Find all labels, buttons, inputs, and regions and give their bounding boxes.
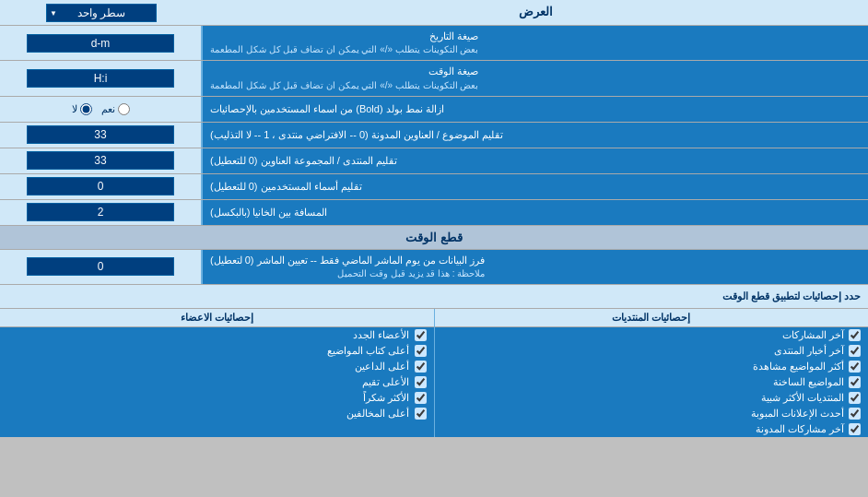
stats-label-top-inviters: أعلى الداعين <box>355 361 409 373</box>
stats-item-blog-posts: آخر مشاركات المدونة <box>435 421 869 437</box>
topic-titles-input[interactable] <box>27 125 174 144</box>
stats-label-last-posts: آخر المشاركات <box>782 329 844 341</box>
date-format-row: صيغة التاريخ بعض التكوينات يتطلب «/» الت… <box>0 26 868 61</box>
stats-item-last-posts: آخر المشاركات <box>435 327 869 343</box>
stats-checkbox-most-viewed[interactable] <box>849 361 861 373</box>
stats-section: حدد إحصائيات لتطبيق قطع الوقت إحصائيات ا… <box>0 285 868 437</box>
stats-checkbox-top-inviters[interactable] <box>415 361 427 373</box>
stats-label-blog-posts: آخر مشاركات المدونة <box>756 423 844 435</box>
stats-item-most-viewed: أكثر المواضيع مشاهدة <box>435 359 869 374</box>
display-input-area: سطر واحد سطرين ثلاثة أسطر <box>0 0 203 25</box>
stats-label-forum-news: آخر أخبار المنتدى <box>774 345 844 357</box>
user-names-input[interactable] <box>27 177 174 195</box>
display-label: العرض <box>203 0 868 25</box>
stats-item-top-rated: الأعلى تقيم <box>0 374 434 390</box>
stats-checkbox-hot-topics[interactable] <box>849 376 861 388</box>
stats-label-top-topic-writers: أعلى كتاب المواضيع <box>327 345 409 357</box>
stats-checkbox-forum-news[interactable] <box>849 345 861 357</box>
bold-yes-radio[interactable] <box>118 103 130 115</box>
stats-item-top-topic-writers: أعلى كتاب المواضيع <box>0 343 434 359</box>
date-format-sublabel: بعض التكوينات يتطلب «/» التي يمكن ان تضا… <box>210 43 478 56</box>
stats-item-most-thanked: الأكثر شكراً <box>0 390 434 406</box>
user-names-input-area <box>0 174 203 199</box>
distance-columns-title: المسافة بين الخانيا (بالبكسل) <box>210 206 328 219</box>
cut-time-input[interactable] <box>27 257 174 276</box>
stats-columns-container: إحصائيات المنتديات آخر المشاركات آخر أخب… <box>0 309 868 437</box>
stats-item-classified-ads: أحدث الإعلانات المبوبة <box>435 406 869 421</box>
display-title: العرض <box>519 4 553 20</box>
topic-titles-label: تقليم الموضوع / العناوين المدونة (0 -- ا… <box>203 123 868 148</box>
user-names-label: تقليم أسماء المستخدمين (0 للتعطيل) <box>203 174 868 199</box>
date-format-title: صيغة التاريخ <box>429 30 478 41</box>
bold-remove-label: ازالة نمط بولد (Bold) من اسماء المستخدمي… <box>203 97 868 122</box>
date-format-input[interactable] <box>27 34 174 53</box>
forum-titles-label: تقليم المنتدى / المجموعة العناوين (0 للت… <box>203 148 868 173</box>
bold-yes-text: نعم <box>101 103 115 115</box>
stats-checkbox-most-thanked[interactable] <box>415 392 427 404</box>
cut-time-row-title: فرز البيانات من يوم الماشر الماضي فقط --… <box>210 254 485 266</box>
stats-members-col: إحصائيات الاعضاء الأعضاء الجدد أعلى كتاب… <box>0 309 434 437</box>
stats-item-hot-topics: المواضيع الساخنة <box>435 374 869 390</box>
display-header-row: العرض سطر واحد سطرين ثلاثة أسطر <box>0 0 868 26</box>
user-names-title: تقليم أسماء المستخدمين (0 للتعطيل) <box>210 180 362 194</box>
time-format-label: صيغة الوقت بعض التكوينات يتطلب «/» التي … <box>203 61 868 95</box>
topic-titles-input-area <box>0 123 203 148</box>
stats-item-most-similar: المنتديات الأكثر شبية <box>435 390 869 406</box>
distance-columns-input-area <box>0 200 203 225</box>
time-format-sublabel: بعض التكوينات يتطلب «/» التي يمكن ان تضا… <box>210 79 478 92</box>
cut-time-header: قطع الوقت <box>0 226 868 250</box>
stats-label-most-thanked: الأكثر شكراً <box>363 392 409 404</box>
display-dropdown-wrapper: سطر واحد سطرين ثلاثة أسطر <box>46 4 157 22</box>
forum-titles-title: تقليم المنتدى / المجموعة العناوين (0 للت… <box>210 154 397 168</box>
stats-checkbox-top-violators[interactable] <box>415 408 427 420</box>
stats-checkbox-last-posts[interactable] <box>849 329 861 341</box>
stats-checkbox-classified-ads[interactable] <box>849 408 861 420</box>
stats-header-bar: حدد إحصائيات لتطبيق قطع الوقت <box>0 285 868 309</box>
bold-radio-group: نعم لا <box>72 103 130 115</box>
stats-header-text: حدد إحصائيات لتطبيق قطع الوقت <box>722 290 861 302</box>
topic-titles-title: تقليم الموضوع / العناوين المدونة (0 -- ا… <box>210 128 503 142</box>
distance-columns-input[interactable] <box>27 203 174 221</box>
distance-columns-row: المسافة بين الخانيا (بالبكسل) <box>0 200 868 226</box>
cut-time-label: فرز البيانات من يوم الماشر الماضي فقط --… <box>203 250 868 284</box>
time-format-input[interactable] <box>27 69 174 88</box>
stats-members-header: إحصائيات الاعضاء <box>0 309 434 327</box>
stats-item-forum-news: آخر أخبار المنتدى <box>435 343 869 359</box>
time-format-title: صيغة الوقت <box>428 65 478 77</box>
stats-checkbox-new-members[interactable] <box>415 329 427 341</box>
stats-checkbox-most-similar[interactable] <box>849 392 861 404</box>
bold-remove-input-area: نعم لا <box>0 97 203 122</box>
stats-participations-header: إحصائيات المنتديات <box>435 309 869 327</box>
cut-time-title: قطع الوقت <box>405 231 463 244</box>
stats-label-most-viewed: أكثر المواضيع مشاهدة <box>753 361 844 373</box>
stats-label-new-members: الأعضاء الجدد <box>353 329 409 341</box>
time-format-input-area <box>0 61 203 95</box>
bold-no-radio[interactable] <box>80 103 92 115</box>
topic-titles-row: تقليم الموضوع / العناوين المدونة (0 -- ا… <box>0 123 868 148</box>
stats-label-classified-ads: أحدث الإعلانات المبوبة <box>751 408 844 420</box>
stats-item-top-inviters: أعلى الداعين <box>0 359 434 374</box>
main-container: العرض سطر واحد سطرين ثلاثة أسطر صيغة الت… <box>0 0 868 437</box>
cut-time-row-sublabel: ملاحظة : هذا قد يزيد قبل وقت التحميل <box>210 267 485 280</box>
bold-yes-label: نعم <box>101 103 130 115</box>
stats-item-new-members: الأعضاء الجدد <box>0 327 434 343</box>
bold-remove-row: ازالة نمط بولد (Bold) من اسماء المستخدمي… <box>0 97 868 123</box>
cut-time-row: فرز البيانات من يوم الماشر الماضي فقط --… <box>0 250 868 285</box>
stats-label-hot-topics: المواضيع الساخنة <box>773 376 844 388</box>
stats-header-label: حدد إحصائيات لتطبيق قطع الوقت <box>0 287 868 306</box>
stats-participations-col: إحصائيات المنتديات آخر المشاركات آخر أخب… <box>434 309 869 437</box>
stats-checkbox-top-topic-writers[interactable] <box>415 345 427 357</box>
forum-titles-input-area <box>0 148 203 173</box>
bold-no-label: لا <box>72 103 92 115</box>
forum-titles-input[interactable] <box>27 151 174 170</box>
stats-checkbox-blog-posts[interactable] <box>849 423 861 435</box>
stats-checkbox-top-rated[interactable] <box>415 376 427 388</box>
distance-columns-label: المسافة بين الخانيا (بالبكسل) <box>203 200 868 225</box>
stats-label-top-violators: أعلى المخالفين <box>346 408 409 420</box>
cut-time-input-area <box>0 250 203 284</box>
time-format-row: صيغة الوقت بعض التكوينات يتطلب «/» التي … <box>0 61 868 96</box>
display-dropdown[interactable]: سطر واحد سطرين ثلاثة أسطر <box>46 4 157 22</box>
stats-members-title: إحصائيات الاعضاء <box>181 312 253 323</box>
bold-remove-title: ازالة نمط بولد (Bold) من اسماء المستخدمي… <box>210 102 444 116</box>
stats-item-top-violators: أعلى المخالفين <box>0 406 434 421</box>
